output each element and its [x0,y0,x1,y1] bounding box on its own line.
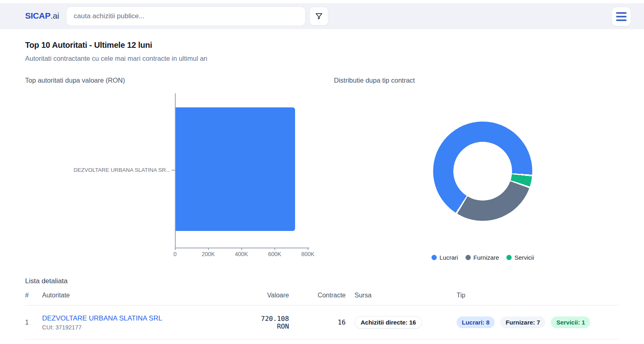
x-axis-tick-label: 800K [296,251,320,257]
donut-legend: LucrariFurnizareServicii [417,252,548,263]
donut-chart[interactable] [433,122,532,221]
value-cell: 720.108 RON [251,315,289,330]
row-index: 1 [25,319,42,326]
legend-dot-icon [431,255,437,260]
column-header: Valoare [251,292,289,299]
logo-brand: SICAP [25,11,51,20]
logo-suffix: .ai [51,11,59,20]
funnel-icon [315,12,323,21]
hamburger-icon [616,12,627,21]
table-row: 1DEZVOLTARE URBANA SLATINA SRLCUI: 37192… [25,306,619,340]
column-header: Sursa [355,292,457,299]
list-heading: Lista detaliata [25,277,68,285]
authorities-table: #AutoritateValoareContracteSursaTip 1DEZ… [25,290,619,340]
legend-label: Furnizare [474,254,499,261]
legend-dot-icon [506,255,512,260]
legend-label: Lucrari [440,254,458,261]
filter-button[interactable] [310,7,328,26]
x-axis-ticks: 0200K400K600K800K [175,248,312,264]
table-header-row: #AutoritateValoareContracteSursaTip [25,290,619,306]
x-axis-tick-label: 400K [230,251,254,257]
search-input[interactable] [66,6,306,26]
x-axis-tickmark [208,248,209,250]
authority-cui: CUI: 37192177 [42,324,251,331]
authority-link[interactable]: DEZVOLTARE URBANA SLATINA SRL [42,314,251,323]
x-axis-tickmark [175,248,176,250]
y-axis-category-label: DEZVOLTARE URBANA SLATINA SR... [57,167,170,173]
page-title: Top 10 Autoritati - Ultimele 12 luni [25,41,152,50]
app-header: SICAP.ai [0,3,644,29]
bar-chart-title: Top autoritati dupa valoare (RON) [25,77,125,84]
source-badge: Achizitii directe: 16 [355,316,422,329]
donut-chart-title: Distributie dupa tip contract [334,77,415,84]
type-badge: Lucrari: 8 [457,316,495,328]
x-axis-tickmark [308,248,308,250]
table-body: 1DEZVOLTARE URBANA SLATINA SRLCUI: 37192… [25,306,619,340]
page: SICAP.ai Top 10 Autoritati - Ultimele 12… [0,0,644,344]
x-axis-tickmark [241,248,242,250]
page-subtitle: Autoritati contractante cu cele mai mari… [25,55,207,62]
x-axis-tickmark [274,248,275,250]
legend-item[interactable]: Lucrari [431,254,458,261]
contracts-cell: 16 [289,318,346,326]
x-axis-tick-label: 200K [196,251,221,257]
legend-dot-icon [465,255,471,260]
y-axis-tickmark [172,170,175,171]
legend-label: Servicii [514,254,534,261]
column-header: # [25,292,42,299]
bar-series-rect[interactable] [176,107,295,231]
column-header: Contracte [289,292,346,299]
logo[interactable]: SICAP.ai [25,11,59,21]
x-axis-tick-label: 0 [163,251,187,257]
legend-item[interactable]: Furnizare [465,254,499,261]
type-badge: Servicii: 1 [551,316,590,328]
column-header: Autoritate [42,292,251,299]
menu-button[interactable] [612,7,631,26]
legend-item[interactable]: Servicii [506,254,534,261]
type-badge: Furnizare: 7 [500,316,545,328]
column-header: Tip [457,292,619,299]
x-axis-tick-label: 600K [263,251,287,257]
